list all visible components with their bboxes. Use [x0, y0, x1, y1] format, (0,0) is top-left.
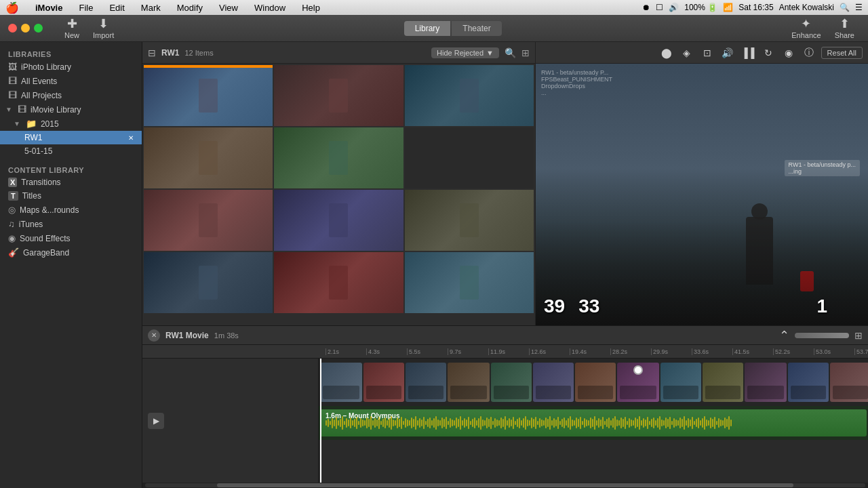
waveform-bar [635, 418, 636, 428]
waveform-bar [692, 417, 693, 429]
audio-icon[interactable]: 🔊 [719, 45, 736, 61]
menu-modify[interactable]: Modify [174, 3, 205, 13]
waveform-bar [460, 416, 461, 430]
sidebar-item-2015[interactable]: ▼ 📁 2015 [0, 117, 142, 131]
video-thumb-4[interactable] [144, 127, 273, 188]
reset-all-button[interactable]: Reset All [821, 47, 863, 59]
sidebar-item-imovielibrary[interactable]: ▼ 🎞 iMovie Library [0, 102, 142, 117]
info-icon[interactable]: ⓘ [801, 45, 817, 61]
apple-menu[interactable]: 🍎 [5, 1, 19, 14]
noise-icon[interactable]: ◉ [781, 45, 797, 61]
minimize-window-button[interactable] [21, 24, 30, 33]
video-thumb-7[interactable] [144, 190, 273, 251]
browser-title: RW1 [161, 48, 179, 58]
video-clip-4[interactable] [448, 363, 490, 402]
enhance-button[interactable]: ✦ Enhance [786, 15, 826, 42]
preview-score-box: 1 [816, 296, 827, 317]
speed-icon[interactable]: ↻ [760, 45, 776, 61]
video-clip-11[interactable] [745, 363, 787, 402]
traffic-lights [8, 24, 43, 33]
timeline-close-button[interactable]: ✕ [148, 329, 160, 342]
waveform-bar [338, 420, 339, 426]
video-thumb-6[interactable] [405, 127, 534, 188]
waveform-bar [366, 418, 368, 428]
thumb-content-10 [144, 252, 273, 313]
video-thumb-2[interactable] [274, 65, 403, 126]
video-thumb-9[interactable] [405, 190, 534, 251]
video-clip-6[interactable] [533, 363, 574, 402]
video-clip-13[interactable] [830, 363, 868, 402]
waveform-bar [492, 421, 494, 425]
sidebar-item-transitions[interactable]: X Transitions [0, 176, 142, 189]
menu-view[interactable]: View [216, 3, 241, 13]
menu-window[interactable]: Window [252, 3, 288, 13]
zoom-slider[interactable] [795, 333, 849, 338]
video-clip-2[interactable] [363, 363, 404, 402]
video-thumb-1[interactable] [144, 65, 273, 126]
audio-clip-1[interactable]: 1.6m – Mount Olympus [320, 409, 867, 436]
playback-control[interactable]: ▶ [148, 413, 164, 429]
video-thumb-3[interactable] [405, 65, 534, 126]
rw1-action-icon[interactable]: ✕ [128, 134, 134, 142]
video-thumb-10[interactable] [144, 252, 273, 313]
waveform-bar [494, 418, 496, 428]
video-clip-7[interactable] [575, 363, 616, 402]
close-window-button[interactable] [8, 24, 17, 33]
clip-thumb-12 [791, 386, 826, 399]
sidebar-item-maps[interactable]: ◎ Maps &...rounds [0, 203, 142, 217]
share-button[interactable]: ⬆ Share [829, 15, 860, 42]
waveform-bar [511, 420, 512, 426]
grid-view-icon[interactable]: ⊞ [521, 47, 530, 58]
video-thumb-12[interactable] [405, 252, 534, 313]
audio-track: 1.6m – Mount Olympus [319, 406, 868, 440]
search-icon[interactable]: 🔍 [505, 47, 516, 58]
waveform-bar [625, 417, 626, 429]
sidebar-label-soundeffects: Sound Effects [20, 234, 71, 243]
sidebar-item-soundeffects[interactable]: ◉ Sound Effects [0, 231, 142, 245]
video-clip-5[interactable] [491, 363, 532, 402]
menu-edit[interactable]: Edit [106, 3, 127, 13]
video-thumb-8[interactable] [274, 190, 403, 251]
video-clip-1[interactable] [320, 363, 362, 402]
video-clip-10[interactable] [703, 363, 743, 402]
sidebar-item-garageband[interactable]: 🎸 GarageBand [0, 245, 142, 260]
search-menu-icon[interactable]: 🔍 [840, 3, 850, 12]
theater-tab[interactable]: Theater [452, 21, 501, 36]
menu-help[interactable]: Help [299, 3, 323, 13]
sidebar-item-allevents[interactable]: 🎞 All Events [0, 74, 142, 88]
menu-file[interactable]: File [76, 3, 96, 13]
timeline-playhead[interactable] [320, 359, 321, 483]
video-clip-8[interactable] [617, 363, 659, 402]
bar-chart-icon[interactable]: ▐▐ [740, 45, 756, 61]
folder-icon: 📁 [26, 119, 37, 129]
video-thumb-5[interactable] [274, 127, 403, 188]
sidebar-item-titles[interactable]: T Titles [0, 189, 142, 203]
scrollbar-track [145, 483, 865, 487]
sidebar-label-titles: Titles [22, 191, 41, 201]
sidebar-item-iphoto[interactable]: 🖼 iPhoto Library [0, 60, 142, 74]
video-clip-3[interactable] [406, 363, 446, 402]
menu-imovie[interactable]: iMovie [33, 3, 65, 13]
sidebar-item-allprojects[interactable]: 🎞 All Projects [0, 88, 142, 102]
crop-icon[interactable]: ⊡ [699, 45, 715, 61]
sidebar-label-rw1: RW1 [24, 133, 42, 142]
library-tab[interactable]: Library [404, 21, 451, 36]
ruler-mark: 52.2s [773, 348, 814, 355]
filter-dropdown[interactable]: Hide Rejected ▼ [431, 47, 499, 58]
sidebar-item-rw1[interactable]: RW1 ✕ [0, 131, 142, 144]
menu-mark[interactable]: Mark [138, 3, 163, 13]
sidebar-toggle-icon[interactable]: ⊟ [148, 47, 156, 58]
menu-extra-icon[interactable]: ☰ [855, 3, 863, 12]
fullscreen-window-button[interactable] [34, 24, 43, 33]
video-clip-9[interactable] [660, 363, 701, 402]
color-correction-icon[interactable]: ◈ [679, 45, 695, 61]
import-button[interactable]: ⬇ Import [87, 15, 119, 42]
timeline-grid-icon[interactable]: ⊞ [854, 330, 863, 341]
video-clip-12[interactable] [788, 363, 829, 402]
sidebar-item-itunes[interactable]: ♫ iTunes [0, 217, 142, 231]
color-wheel-icon[interactable]: ⬤ [658, 45, 675, 61]
scrollbar-thumb[interactable] [217, 483, 793, 487]
video-thumb-11[interactable] [274, 252, 403, 313]
sidebar-item-501[interactable]: 5-01-15 [0, 144, 142, 158]
new-button[interactable]: ✚ New [59, 15, 85, 42]
